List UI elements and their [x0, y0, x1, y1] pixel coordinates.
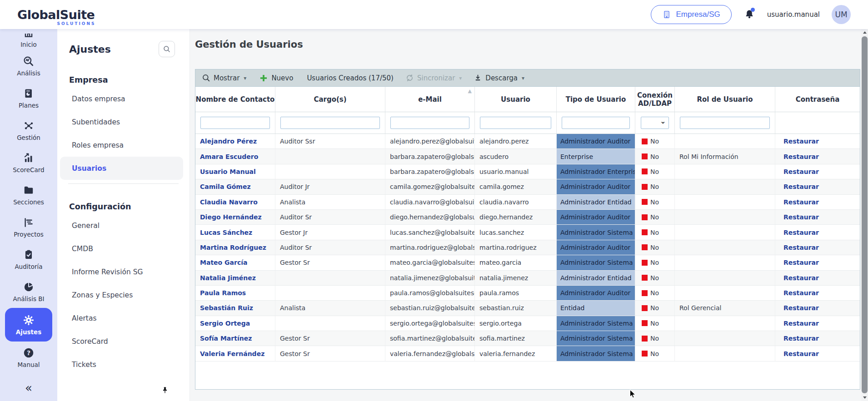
users-grid-panel: Mostrar ▾ Nuevo Usuarios Creados (17/50)	[195, 69, 860, 390]
restaurar-link[interactable]: Restaurar	[783, 350, 819, 357]
column-header[interactable]: Cargo(s)	[275, 87, 385, 112]
menu-item-zonas-y-especies[interactable]: Zonas y Especies	[57, 283, 190, 307]
cell-nombre[interactable]: Camila Gómez	[195, 179, 275, 194]
table-row: Paula Ramos paula.ramos@globalsuitesol p…	[195, 286, 860, 301]
rail-item-label: Secciones	[13, 198, 44, 206]
cell-usuario: valeria.fernandez	[475, 346, 557, 361]
cell-nombre[interactable]: Usuario Manual	[195, 164, 275, 179]
cell-nombre[interactable]: Martina Rodríguez	[195, 240, 275, 255]
rail-item-audit[interactable]: Auditoría	[0, 243, 57, 276]
restaurar-link[interactable]: Restaurar	[783, 213, 819, 221]
icon-rail: Inicio Análisis Planes Gestión ScoreCard…	[0, 29, 57, 401]
cell-nombre[interactable]: Alejandro Pérez	[195, 134, 275, 149]
filter-input[interactable]	[562, 117, 630, 129]
cell-cargo	[275, 271, 385, 285]
descarga-button[interactable]: Descarga ▾	[474, 74, 524, 82]
cell-nombre[interactable]: Mateo García	[195, 255, 275, 270]
restaurar-link[interactable]: Restaurar	[783, 138, 819, 145]
tipo-badge: Administrador Auditor	[557, 240, 635, 255]
rail-item-help[interactable]: Manual	[0, 342, 57, 374]
restaurar-link[interactable]: Restaurar	[783, 198, 819, 206]
ldap-filter-select[interactable]: ⌄	[641, 117, 669, 129]
filter-input[interactable]	[280, 117, 380, 129]
cell-contrasena: Restaurar	[775, 286, 860, 300]
cell-nombre[interactable]: Amara Escudero	[195, 149, 275, 163]
scrollbar-thumb[interactable]	[862, 36, 868, 393]
sincronizar-button[interactable]: Sincronizar ▾	[405, 74, 462, 82]
cell-contrasena: Restaurar	[775, 134, 860, 149]
cell-rol	[675, 179, 775, 194]
restaurar-link[interactable]: Restaurar	[783, 153, 819, 160]
nuevo-button[interactable]: Nuevo	[259, 74, 293, 83]
column-header[interactable]: Tipo de Usuario	[557, 87, 635, 112]
notifications-button[interactable]	[743, 9, 755, 20]
filter-input[interactable]	[390, 117, 469, 129]
rail-item-plans[interactable]: Planes	[0, 82, 57, 114]
restaurar-link[interactable]: Restaurar	[783, 289, 819, 297]
column-header-label: Tipo de Usuario	[566, 95, 626, 104]
mostrar-button[interactable]: Mostrar ▾	[202, 74, 246, 82]
menu-item-cmdb[interactable]: CMDB	[57, 237, 190, 260]
submenu-search-button[interactable]	[159, 41, 175, 57]
scroll-down-icon[interactable]	[861, 394, 868, 401]
filter-input[interactable]	[680, 117, 770, 129]
restaurar-link[interactable]: Restaurar	[783, 183, 819, 190]
collapse-sidebar-button[interactable]: «	[25, 382, 32, 394]
rail-item-settings[interactable]: Ajustes	[5, 308, 52, 342]
entity-selector-button[interactable]: Empresa/SG	[651, 5, 731, 24]
cell-tipo: Administrador Sistema d	[557, 225, 635, 239]
vertical-scrollbar[interactable]	[861, 29, 868, 401]
restaurar-link[interactable]: Restaurar	[783, 304, 819, 312]
rail-item-home[interactable]: Inicio	[0, 29, 57, 50]
restaurar-link[interactable]: Restaurar	[783, 320, 819, 327]
filter-input[interactable]	[200, 117, 270, 129]
rail-item-label: Inicio	[20, 41, 37, 48]
restaurar-link[interactable]: Restaurar	[783, 335, 819, 342]
cell-nombre[interactable]: Paula Ramos	[195, 286, 275, 300]
rail-item-scorecard[interactable]: ScoreCard	[0, 147, 57, 179]
pin-sidebar-button[interactable]	[160, 386, 170, 396]
menu-item-scorecard[interactable]: ScoreCard	[57, 330, 190, 353]
rail-item-sections[interactable]: Secciones	[0, 179, 57, 211]
rail-item-label: Análisis	[17, 69, 40, 77]
restaurar-link[interactable]: Restaurar	[783, 168, 819, 175]
filter-input[interactable]	[480, 117, 551, 129]
cell-nombre[interactable]: Sebastián Ruiz	[195, 301, 275, 315]
rail-items: Inicio Análisis Planes Gestión ScoreCard…	[0, 29, 57, 374]
cell-nombre[interactable]: Natalia Jiménez	[195, 271, 275, 285]
cell-nombre[interactable]: Sergio Ortega	[195, 316, 275, 331]
rail-item-analysis[interactable]: Análisis	[0, 50, 57, 82]
cell-nombre[interactable]: Valeria Fernández	[195, 346, 275, 361]
cell-nombre[interactable]: Lucas Sánchez	[195, 225, 275, 239]
avatar[interactable]: UM	[832, 5, 851, 24]
rail-item-bi[interactable]: Análisis BI	[0, 276, 57, 308]
cell-nombre[interactable]: Diego Hernández	[195, 210, 275, 224]
page-title: Gestión de Usuarios	[195, 39, 303, 50]
menu-item-usuarios[interactable]: Usuarios	[60, 157, 183, 180]
menu-item-datos-empresa[interactable]: Datos empresa	[57, 87, 190, 110]
menu-item-informe-revisi-n-sg[interactable]: Informe Revisión SG	[57, 260, 190, 283]
column-header[interactable]: e-Mail▲	[385, 87, 475, 112]
menu-item-subentidades[interactable]: Subentidades	[57, 110, 190, 134]
cell-nombre[interactable]: Sofía Martínez	[195, 331, 275, 346]
restaurar-link[interactable]: Restaurar	[783, 274, 819, 282]
rail-item-label: Análisis BI	[13, 295, 45, 302]
cell-nombre[interactable]: Claudia Navarro	[195, 195, 275, 209]
menu-item-roles-empresa[interactable]: Roles empresa	[57, 134, 190, 157]
rail-item-management[interactable]: Gestión	[0, 114, 57, 147]
restaurar-link[interactable]: Restaurar	[783, 244, 819, 251]
column-header[interactable]: Contraseña	[775, 87, 860, 112]
menu-item-general[interactable]: General	[57, 214, 190, 237]
column-header[interactable]: Usuario	[475, 87, 557, 112]
menu-item-tickets[interactable]: Tickets	[57, 353, 190, 376]
column-header[interactable]: Conexión AD/LDAP	[635, 87, 675, 112]
restaurar-link[interactable]: Restaurar	[783, 259, 819, 266]
scroll-up-icon[interactable]	[861, 29, 868, 36]
menu-item-alertas[interactable]: Alertas	[57, 307, 190, 330]
column-header[interactable]: Nombre de Contacto	[195, 87, 275, 112]
cell-tipo: Administrador Entidad	[557, 271, 635, 285]
restaurar-link[interactable]: Restaurar	[783, 229, 819, 236]
rail-item-projects[interactable]: Proyectos	[0, 211, 57, 243]
column-header[interactable]: Rol de Usuario	[675, 87, 775, 112]
cell-email: sergio.ortega@globalsuitesol	[385, 316, 475, 331]
